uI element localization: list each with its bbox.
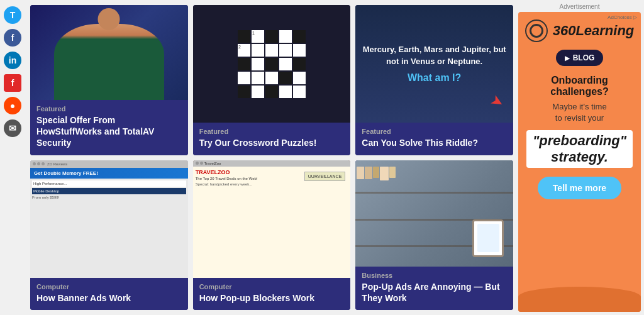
ad-container[interactable]: AdChoices ▷ 360Learning ▶ BLOG Onboardin…	[518, 12, 641, 312]
riddle-body: Mercury, Earth, Mars and Jupiter, but no…	[362, 44, 507, 67]
ad-highlight: "preboarding" strategy.	[526, 130, 633, 168]
arrow-icon: ➤	[487, 91, 507, 112]
card-6-category: Business	[362, 272, 507, 279]
card-3-title: Can You Solve This Riddle?	[362, 137, 507, 148]
ad-cta-button[interactable]: Tell me more	[538, 177, 621, 199]
ad-brand-name: 360Learning	[553, 23, 635, 39]
card-2-image: 1 2	[193, 5, 351, 123]
ad-label: Advertisement	[518, 3, 641, 10]
ad-subtext: Maybe it's time to revisit your	[552, 101, 606, 124]
card-6-image	[355, 160, 513, 267]
card-2-title: Try Our Crossword Puzzles!	[199, 137, 345, 148]
card-4-footer: Computer How Banner Ads Work	[30, 278, 188, 310]
card-1-footer: Featured Special Offer From HowStuffWork…	[30, 100, 188, 155]
ad-logo-row: 360Learning	[525, 19, 635, 42]
main-content: Featured Special Offer From HowStuffWork…	[25, 0, 518, 315]
social-sidebar: T f in f ● ✉	[0, 0, 25, 315]
blog-icon: ▶	[565, 55, 570, 62]
card-popup-blockers[interactable]: TravelZoo TRAVELZOO The Top 20 Travel De…	[193, 160, 351, 311]
card-1-title: Special Offer From HowStuffWorks and Tot…	[36, 114, 182, 149]
card-1-category: Featured	[36, 105, 182, 113]
riddle-question: What am I?	[408, 72, 461, 84]
card-6-title: Pop-Up Ads Are Annoying — But They Work	[362, 281, 507, 304]
facebook-icon[interactable]: f	[4, 29, 21, 47]
card-5-title: How Pop-up Blockers Work	[199, 292, 345, 304]
card-2-category: Featured	[199, 128, 345, 135]
card-4-category: Computer	[36, 283, 182, 290]
ad-blog-button[interactable]: ▶ BLOG	[556, 50, 604, 66]
email-icon[interactable]: ✉	[4, 119, 21, 137]
card-5-image: TravelZoo TRAVELZOO The Top 20 Travel De…	[193, 160, 351, 278]
card-1-image	[30, 5, 188, 100]
blog-label: BLOG	[573, 53, 595, 62]
card-3-image: Mercury, Earth, Mars and Jupiter, but no…	[355, 5, 513, 123]
card-4-title: How Banner Ads Work	[36, 292, 182, 304]
ad-waves-decoration	[518, 287, 641, 312]
card-3-category: Featured	[362, 128, 507, 135]
flipboard-icon[interactable]: f	[4, 74, 21, 92]
card-3-footer: Featured Can You Solve This Riddle?	[355, 123, 513, 155]
360learning-logo-circle	[525, 19, 548, 42]
card-riddle[interactable]: Mercury, Earth, Mars and Jupiter, but no…	[355, 5, 513, 155]
card-popup-ads[interactable]: Business Pop-Up Ads Are Annoying — But T…	[355, 160, 513, 311]
card-2-footer: Featured Try Our Crossword Puzzles!	[193, 123, 351, 155]
cards-grid: Featured Special Offer From HowStuffWork…	[30, 5, 513, 310]
reddit-icon[interactable]: ●	[4, 97, 21, 114]
ad-sidebar: Advertisement AdChoices ▷ 360Learning ▶ …	[518, 0, 644, 315]
ad-choices[interactable]: AdChoices ▷	[608, 14, 637, 20]
360learning-logo-inner	[530, 24, 543, 38]
twitter-icon[interactable]: T	[4, 6, 21, 24]
card-5-category: Computer	[199, 283, 345, 290]
card-4-image: ZD Reviews Get Double Memory FREE! High …	[30, 160, 188, 278]
card-banner-ads[interactable]: ZD Reviews Get Double Memory FREE! High …	[30, 160, 188, 311]
card-6-footer: Business Pop-Up Ads Are Annoying — But T…	[355, 267, 513, 310]
card-crossword[interactable]: 1 2	[193, 5, 351, 155]
card-special-offer[interactable]: Featured Special Offer From HowStuffWork…	[30, 5, 188, 155]
crossword-grid: 1 2	[238, 30, 306, 98]
card-5-footer: Computer How Pop-up Blockers Work	[193, 278, 351, 310]
linkedin-icon[interactable]: in	[4, 52, 21, 69]
ad-heading: Onboarding challenges?	[525, 75, 635, 97]
